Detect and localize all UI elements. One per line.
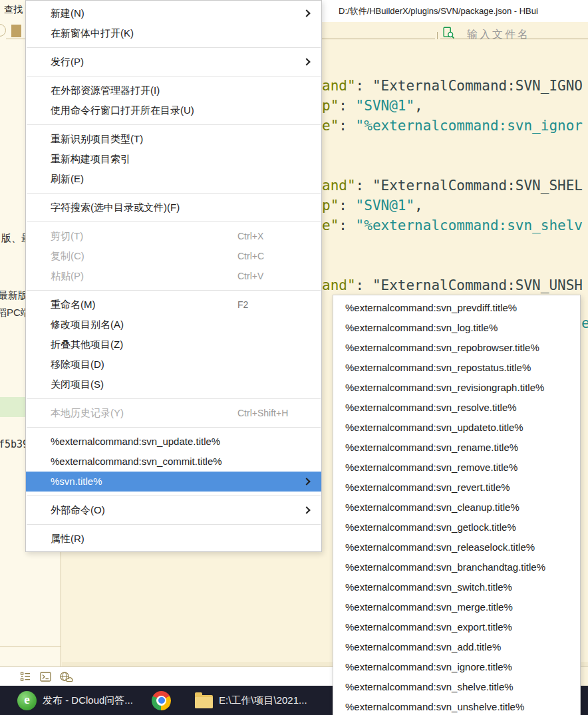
menu-separator <box>27 124 321 125</box>
menu-item-label: 属性(R) <box>51 533 84 544</box>
svn-submenu-item[interactable]: %externalcommand:svn_getlock.title% <box>333 517 580 537</box>
code-segment: : <box>339 198 355 214</box>
svn-submenu: %externalcommand:svn_prevdiff.title%%ext… <box>333 295 581 715</box>
context-menu-item[interactable]: %externalcommand:svn_commit.title% <box>26 452 321 472</box>
menu-item-label: %externalcommand:svn_update.title% <box>51 436 220 447</box>
background-text-fragment: f5b39 <box>0 438 29 450</box>
svn-submenu-item[interactable]: %externalcommand:svn_resolve.title% <box>333 398 580 418</box>
svn-submenu-item[interactable]: %externalcommand:svn_updateto.title% <box>333 418 580 438</box>
context-menu-item[interactable]: 重命名(M)F2 <box>26 295 321 315</box>
svn-submenu-item[interactable]: %externalcommand:svn_log.title% <box>333 318 580 338</box>
menu-item-label: 刷新(E) <box>51 173 84 184</box>
window-title: D:/软件/HBuilderX/plugins/SVN/package.json… <box>339 5 538 17</box>
context-menu-item[interactable]: 刷新(E) <box>26 169 321 189</box>
menu-item-label: 重新识别项目类型(T) <box>51 133 143 144</box>
terminal-icon[interactable] <box>40 671 51 682</box>
svn-submenu-item[interactable]: %externalcommand:svn_ignore.title% <box>333 657 580 677</box>
web-sync-icon[interactable] <box>59 671 74 683</box>
svn-submenu-item[interactable]: %externalcommand:svn_switch.title% <box>333 577 580 597</box>
context-menu-item[interactable]: 重新构建项目索引 <box>26 149 321 169</box>
svn-submenu-item[interactable]: %externalcommand:svn_revert.title% <box>333 478 580 498</box>
submenu-arrow-icon <box>303 9 310 17</box>
menubar-item-find[interactable]: 查找 <box>4 4 23 16</box>
context-menu-item[interactable]: 使用命令行窗口打开所在目录(U) <box>26 100 321 120</box>
svn-submenu-item[interactable]: %externalcommand:svn_shelve.title% <box>333 677 580 697</box>
svn-submenu-item[interactable]: %externalcommand:svn_revisiongraph.title… <box>333 378 580 398</box>
context-menu-item: 粘贴(P)Ctrl+V <box>26 266 321 286</box>
context-menu-item[interactable]: 移除项目(D) <box>26 355 321 374</box>
context-menu-item[interactable]: 发行(P) <box>26 52 321 72</box>
menu-item-label: 复制(C) <box>51 250 84 261</box>
taskbar-item-chrome[interactable] <box>152 686 171 715</box>
context-menu-item[interactable]: 重新识别项目类型(T) <box>26 129 321 149</box>
context-menu-item[interactable]: 外部命令(O) <box>26 500 321 520</box>
context-menu-item[interactable]: 折叠其他项目(Z) <box>26 335 321 355</box>
menu-item-label: 使用命令行窗口打开所在目录(U) <box>51 104 194 116</box>
menu-item-label: 新建(N) <box>51 7 84 19</box>
code-segment: "ExternalCommand:SVN_SHEL <box>372 178 583 194</box>
outline-list-icon[interactable] <box>20 671 31 682</box>
menu-separator <box>27 398 321 399</box>
context-menu-item[interactable]: 修改项目别名(A) <box>26 315 321 335</box>
context-menu: 新建(N)在新窗体中打开(K)发行(P)在外部资源管理器打开(I)使用命令行窗口… <box>25 0 322 552</box>
code-segment: and" <box>322 178 356 194</box>
svn-submenu-item[interactable]: %externalcommand:svn_export.title% <box>333 617 580 637</box>
menu-separator <box>27 193 321 194</box>
menu-item-label: 剪切(T) <box>51 230 83 241</box>
code-segment: : <box>356 277 372 293</box>
menu-item-label: 重新构建项目索引 <box>51 153 130 164</box>
code-line: and": "ExternalCommand:SVN_SHEL <box>322 176 583 196</box>
context-menu-item[interactable]: 属性(R) <box>26 529 321 549</box>
context-menu-item[interactable]: 在新窗体中打开(K) <box>26 23 321 43</box>
menu-item-label: %externalcommand:svn_commit.title% <box>51 456 222 467</box>
context-menu-item[interactable]: 关闭项目(S) <box>26 374 321 394</box>
code-line: e": "%externalcommand:svn_shelv <box>322 215 583 235</box>
svn-submenu-item[interactable]: %externalcommand:svn_releaselock.title% <box>333 537 580 557</box>
menu-item-label: 在新窗体中打开(K) <box>51 27 134 39</box>
menu-item-label: 重命名(M) <box>51 299 96 310</box>
svn-submenu-item[interactable]: %externalcommand:svn_branchandtag.title% <box>333 557 580 577</box>
context-menu-item: 剪切(T)Ctrl+X <box>26 226 321 246</box>
svn-submenu-item[interactable]: %externalcommand:svn_rename.title% <box>333 438 580 458</box>
submenu-arrow-icon <box>303 506 310 513</box>
submenu-arrow-icon <box>303 58 310 65</box>
chrome-icon <box>152 691 171 710</box>
file-search-placeholder[interactable]: 输入文件名 <box>467 28 530 42</box>
context-menu-item[interactable]: 字符搜索(选中目录或文件)(F) <box>26 198 321 217</box>
taskbar-item-label: 发布 - DCloud问答... <box>43 694 133 707</box>
code-segment: e" <box>322 217 339 233</box>
svn-submenu-item[interactable]: %externalcommand:svn_repobrowser.title% <box>333 338 580 358</box>
code-segment: "ExternalCommand:SVN_UNSH <box>372 277 583 293</box>
input-divider <box>437 32 438 39</box>
menu-separator <box>27 47 321 48</box>
taskbar-item-browser[interactable]: e 发布 - DCloud问答... <box>17 686 133 715</box>
explorer-separator <box>0 646 61 647</box>
svn-submenu-item[interactable]: %externalcommand:svn_prevdiff.title% <box>333 298 580 318</box>
background-text-fragment: 最新版 <box>0 289 28 302</box>
code-segment: p" <box>322 198 339 214</box>
code-segment: and" <box>322 277 356 293</box>
code-segment: , <box>414 198 423 214</box>
context-menu-item[interactable]: 在外部资源管理器打开(I) <box>26 80 321 100</box>
svn-submenu-item[interactable]: %externalcommand:svn_merge.title% <box>333 597 580 617</box>
svn-submenu-item[interactable]: %externalcommand:svn_repostatus.title% <box>333 358 580 378</box>
code-segment: , <box>414 98 423 114</box>
menu-item-label: %svn.title% <box>51 476 102 487</box>
svn-submenu-item[interactable]: %externalcommand:svn_add.title% <box>333 637 580 657</box>
svn-submenu-item[interactable]: %externalcommand:svn_cleanup.title% <box>333 498 580 517</box>
menu-separator <box>27 76 321 76</box>
menu-item-shortcut: Ctrl+V <box>237 266 263 286</box>
menu-separator <box>27 496 321 496</box>
taskbar-item-folder[interactable]: E:\工作\项目\2021... <box>195 686 307 715</box>
context-menu-item: 本地历史记录(Y)Ctrl+Shift+H <box>26 403 321 423</box>
global-search-input[interactable] <box>322 39 435 39</box>
context-menu-item[interactable]: 新建(N) <box>26 3 321 23</box>
context-menu-item[interactable]: %svn.title% <box>26 472 321 492</box>
code-segment: p" <box>322 98 339 114</box>
submenu-arrow-icon <box>303 478 310 485</box>
svn-submenu-item[interactable]: %externalcommand:svn_remove.title% <box>333 458 580 478</box>
menu-item-label: 关闭项目(S) <box>51 378 104 390</box>
svn-submenu-item[interactable]: %externalcommand:svn_unshelve.title% <box>333 697 580 715</box>
context-menu-item[interactable]: %externalcommand:svn_update.title% <box>26 432 321 452</box>
folder-icon <box>195 695 213 708</box>
